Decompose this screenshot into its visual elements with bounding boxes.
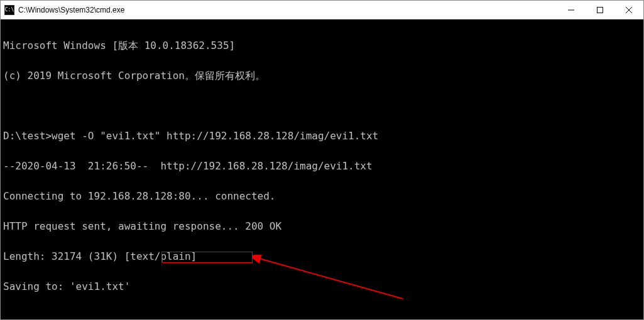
window-controls	[557, 1, 643, 19]
close-button[interactable]	[614, 1, 643, 19]
terminal-line: Length: 32174 (31K) [text/plain]	[3, 252, 641, 262]
window-title: C:\Windows\System32\cmd.exe	[18, 6, 557, 14]
terminal-line: --2020-04-13 21:26:50-- http://192.168.2…	[3, 161, 641, 171]
maximize-button[interactable]	[586, 1, 614, 19]
terminal-line: D:\test>wget -O "evi1.txt" http://192.16…	[3, 131, 641, 141]
terminal-line	[3, 312, 641, 320]
terminal-output[interactable]: Microsoft Windows [版本 10.0.18362.535] (c…	[1, 19, 643, 319]
minimize-button[interactable]	[557, 1, 586, 19]
terminal-line	[3, 101, 641, 111]
window-titlebar: C:\ C:\Windows\System32\cmd.exe	[1, 1, 643, 19]
annotation-arrow-icon	[252, 255, 409, 305]
terminal-line: Saving to: 'evi1.txt'	[3, 282, 641, 292]
terminal-line: Connecting to 192.168.28.128:80... conne…	[3, 191, 641, 201]
terminal-line: Microsoft Windows [版本 10.0.18362.535]	[3, 41, 641, 51]
terminal-line: (c) 2019 Microsoft Corporation。保留所有权利。	[3, 71, 641, 81]
svg-rect-1	[598, 7, 603, 13]
app-icon: C:\	[4, 5, 14, 15]
terminal-line: HTTP request sent, awaiting response... …	[3, 221, 641, 232]
svg-line-5	[259, 259, 403, 299]
